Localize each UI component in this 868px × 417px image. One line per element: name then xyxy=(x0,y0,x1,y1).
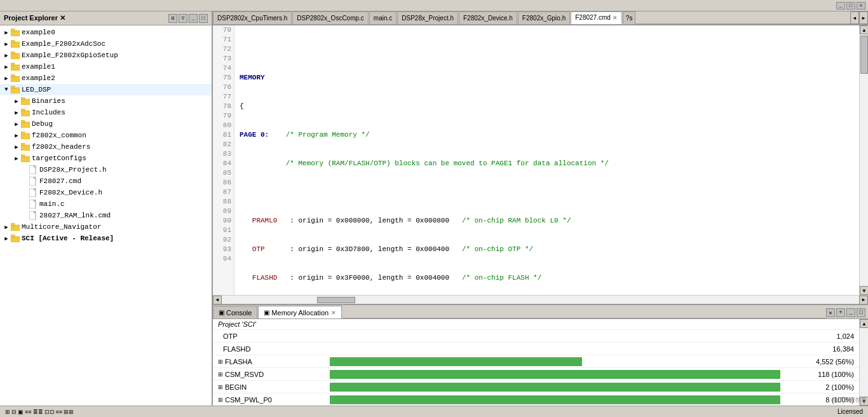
vscroll-up-btn[interactable]: ▲ xyxy=(860,25,868,34)
tree-label: example0 xyxy=(22,29,55,36)
close-bottom-icon[interactable]: ✕ xyxy=(826,308,835,317)
tree-label: Includes xyxy=(32,109,65,116)
svg-rect-5 xyxy=(11,51,15,54)
tree-item-SCI[interactable]: ▶ SCI [Active - Release] xyxy=(0,233,212,244)
tab-DSP28x_Project.h[interactable]: DSP28x_Project.h xyxy=(397,11,458,24)
tree-label: Debug xyxy=(32,120,53,128)
svg-rect-8 xyxy=(11,76,20,82)
tree-item-f2802x_common[interactable]: ▶ f2802x_common xyxy=(0,130,212,141)
tree-item-example0[interactable]: ▶ example0 xyxy=(0,27,212,38)
mem-row-FLASHD[interactable]: FLASHD 16,384 xyxy=(213,343,859,355)
tree-item-Example_F2802xAdcSoc[interactable]: ▶ Example_F2802xAdcSoc xyxy=(0,38,212,50)
bottom-tab-Console[interactable]: ▣Console xyxy=(213,306,257,318)
explorer-max-btn[interactable]: □ xyxy=(199,14,208,23)
hscroll-right-btn[interactable]: ► xyxy=(859,296,868,304)
tree-item-Multicore_Navigator[interactable]: ▶ Multicore_Navigator xyxy=(0,221,212,233)
tree-item-example2[interactable]: ▶ example2 xyxy=(0,72,212,84)
svg-rect-12 xyxy=(21,99,30,105)
editor-content-area: 7071727374 7576777879 8081828384 8586878… xyxy=(213,25,868,304)
bottom-vscroll-up[interactable]: ▲ xyxy=(860,319,868,328)
tree-label: Example_F2802xAdcSoc xyxy=(22,40,105,48)
svg-rect-14 xyxy=(21,111,30,116)
tree-item-Binaries[interactable]: ▶ Binaries xyxy=(0,95,212,107)
tree-item-Example_F2802xGpioSetup[interactable]: ▶ Example_F2802xGpioSetup xyxy=(0,50,212,61)
project-explorer-title: Project Explorer ✕ xyxy=(4,14,65,22)
tree-label: Example_F2802xGpioSetup xyxy=(22,51,118,59)
tree-label: main.c xyxy=(39,200,65,208)
restore-bottom-icon[interactable]: □ xyxy=(857,308,865,317)
bottom-panel: ▣Console ▣Memory Allocation ✕ ✕ + _ □ xyxy=(213,304,868,406)
minimize-bottom-icon[interactable]: _ xyxy=(846,308,855,317)
tree-label: Multicore_Navigator xyxy=(22,223,101,231)
tab-DSP2802x_OscComp.c[interactable]: DSP2802x_OscComp.c xyxy=(292,11,369,24)
tree-label: Binaries xyxy=(32,97,65,105)
hscroll-left-btn[interactable]: ◄ xyxy=(213,296,222,304)
svg-rect-20 xyxy=(21,145,30,151)
maximize-bottom-icon[interactable]: + xyxy=(836,308,845,317)
tree-item-DSP28x_Project.h[interactable]: DSP28x_Project.h xyxy=(0,164,212,175)
tree-item-example1[interactable]: ▶ example1 xyxy=(0,61,212,72)
svg-rect-10 xyxy=(11,88,20,93)
svg-rect-17 xyxy=(21,120,25,123)
toolbar-controls[interactable]: _ □ × xyxy=(836,2,865,10)
svg-rect-0 xyxy=(11,31,20,36)
editor-scroll-up-btn[interactable]: ◄ xyxy=(850,11,859,24)
explorer-header-controls[interactable]: ⊟ ▽ _ □ xyxy=(168,14,208,23)
watermark: 电子工程世界 xyxy=(832,396,867,404)
status-icons[interactable]: ⊞ ⊟ ▣ ≡≡ ≣≣ ⊡⊡ ≡≡ ⊞⊞ xyxy=(5,409,74,415)
mem-row-CSM_RSVD[interactable]: ⊞CSM_RSVD 118 (100%) xyxy=(213,368,859,381)
svg-rect-4 xyxy=(11,53,20,59)
code-line-78: FLASHD : origin = 0x3F0000, length = 0x0… xyxy=(240,273,859,283)
bottom-panel-controls[interactable]: ✕ + _ □ xyxy=(826,308,868,318)
svg-rect-7 xyxy=(11,63,15,65)
bottom-vscrollbar[interactable]: ▲ ▼ xyxy=(859,319,868,406)
svg-rect-34 xyxy=(11,225,20,231)
code-line-74: /* Memory (RAM/FLASH/OTP) blocks can be … xyxy=(240,159,859,168)
tree-item-Debug[interactable]: ▶ Debug xyxy=(0,118,212,130)
tree-item-main.c[interactable]: main.c xyxy=(0,198,212,210)
tree-item-F28027.cmd[interactable]: F28027.cmd xyxy=(0,175,212,187)
memory-alloc-content: Project 'SCI' OTP 1,024 FLASHD 16,384 xyxy=(213,319,859,406)
tree-item-LED_DSP[interactable]: ▼ LED_DSP xyxy=(0,84,212,95)
mem-row-BEGIN[interactable]: ⊞BEGIN 2 (100%) xyxy=(213,381,859,393)
tab-F2802x_Device.h[interactable]: F2802x_Device.h xyxy=(459,11,517,24)
svg-rect-9 xyxy=(11,74,15,77)
editor-scroll-down-btn[interactable]: ► xyxy=(859,11,868,24)
code-editor[interactable]: 7071727374 7576777879 8081828384 8586878… xyxy=(213,25,859,295)
code-lines[interactable]: MEMORY { PAGE 0: /* Program Memory */ /*… xyxy=(234,25,859,295)
tree-item-targetConfigs[interactable]: ▶ targetConfigs xyxy=(0,153,212,164)
editor-vscrollbar[interactable]: ▲ ▼ xyxy=(859,25,868,295)
editor-hscrollbar[interactable]: ◄ ► xyxy=(213,295,868,304)
svg-rect-1 xyxy=(11,29,15,31)
bottom-tab-MemoryAllocation[interactable]: ▣Memory Allocation ✕ xyxy=(258,306,342,318)
tree-label: F2802x_Device.h xyxy=(39,189,102,196)
svg-rect-21 xyxy=(21,143,25,146)
tree-item-Includes[interactable]: ▶ Includes xyxy=(0,107,212,118)
mem-row-OTP[interactable]: OTP 1,024 xyxy=(213,330,859,343)
explorer-min-btn[interactable]: _ xyxy=(189,14,198,23)
svg-rect-37 xyxy=(11,235,15,237)
svg-rect-18 xyxy=(21,133,30,139)
tree-item-F2802x_Device.h[interactable]: F2802x_Device.h xyxy=(0,187,212,198)
tree-label: LED_DSP xyxy=(22,86,51,93)
tree-item-28027_RAM_lnk.cmd[interactable]: 28027_RAM_lnk.cmd xyxy=(0,210,212,221)
tab-main.c[interactable]: main.c xyxy=(369,11,397,24)
tree-item-f2802x_headers[interactable]: ▶ f2802x_headers xyxy=(0,141,212,153)
project-explorer-header: Project Explorer ✕ ⊟ ▽ _ □ xyxy=(0,11,212,25)
tab-DSP2802x_CpuTimers.h[interactable]: DSP2802x_CpuTimers.h xyxy=(213,11,292,24)
tab-more[interactable]: ?s xyxy=(623,11,636,24)
svg-rect-2 xyxy=(11,42,20,48)
tab-F28027.cmd[interactable]: F28027.cmd ✕ xyxy=(571,11,622,24)
code-line-71: MEMORY xyxy=(240,73,859,83)
project-label: Project 'SCI' xyxy=(213,319,859,330)
bottom-tab-bar: ▣Console ▣Memory Allocation ✕ ✕ + _ □ xyxy=(213,305,868,319)
mem-row-FLASHA[interactable]: ⊞FLASHA 4,552 (56%) xyxy=(213,355,859,368)
mem-row-CSM_PWL_P0[interactable]: ⊞CSM_PWL_P0 8 (100%) xyxy=(213,393,859,406)
top-toolbar: _ □ × xyxy=(0,0,868,11)
tree-label: 28027_RAM_lnk.cmd xyxy=(39,212,111,219)
vscroll-down-btn[interactable]: ▼ xyxy=(860,286,868,295)
collapse-all-btn[interactable]: ⊟ xyxy=(168,14,177,23)
expand-btn[interactable]: ▽ xyxy=(179,14,187,23)
svg-rect-22 xyxy=(21,156,30,162)
tab-F2802x_Gpio.h[interactable]: F2802x_Gpio.h xyxy=(518,11,570,24)
